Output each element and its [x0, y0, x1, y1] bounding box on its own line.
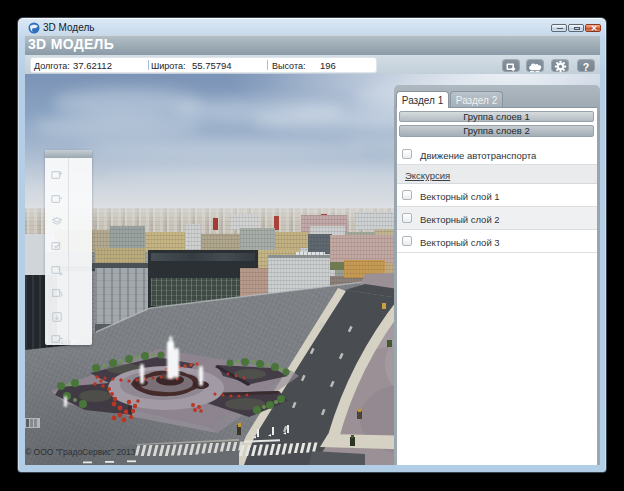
svg-text:?: ?: [583, 60, 589, 72]
